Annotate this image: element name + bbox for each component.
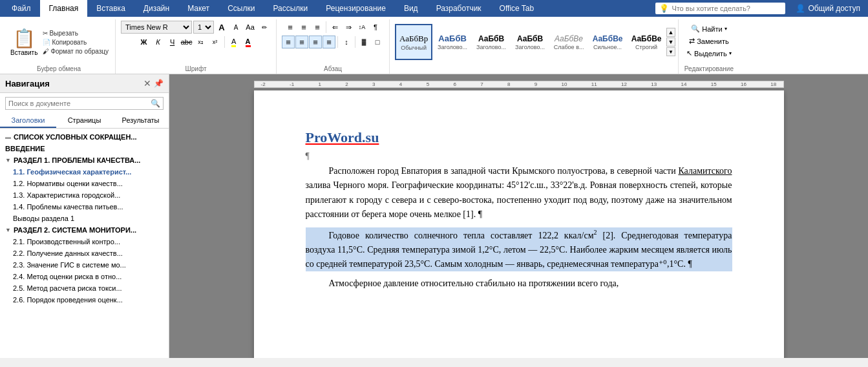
change-case-button[interactable]: Aa (244, 21, 257, 34)
tab-home[interactable]: Главная (40, 0, 88, 17)
paragraph-3-partial[interactable]: Атмосферное давление относительно стабил… (306, 277, 732, 291)
font-grow-button[interactable]: A (215, 21, 228, 34)
styles-scroll-down[interactable]: ▼ (666, 37, 675, 47)
nav-item-2-4[interactable]: 2.4. Метод оценки риска в отно... (0, 271, 169, 282)
document-title-link[interactable]: ProWord.su (306, 129, 732, 146)
editing-content: 🔍 Найти ▾ ⇄ Заменить ↖ Выделить ▾ (684, 21, 734, 72)
paragraph-1[interactable]: Расположен город Евпатория в западной ча… (306, 164, 732, 222)
style-strict[interactable]: АаБбВе Строгий (628, 24, 665, 60)
nav-item-section2[interactable]: ▼ РАЗДЕЛ 2. СИСТЕМА МОНИТОРИ... (0, 224, 169, 236)
toolbar: 📋 Вставить ✂ Вырезать 📄 Копировать 🖌 Фор… (0, 17, 868, 74)
nav-item-label: 1.4. Проблемы качества питьев... (13, 203, 123, 211)
styles-more-button[interactable]: ▼ (666, 47, 675, 56)
whatdo-input[interactable] (672, 5, 781, 12)
format-painter-button[interactable]: 🖌 Формат по образцу (41, 47, 110, 56)
nav-tab-headings[interactable]: Заголовки (0, 114, 56, 128)
strikethrough-button[interactable]: abc (180, 36, 193, 48)
copy-button[interactable]: 📄 Копировать (41, 38, 110, 47)
multilevel-list-button[interactable]: ≡ (311, 21, 324, 34)
clear-format-button[interactable]: ✏ (258, 21, 271, 34)
cut-icon: ✂ (43, 30, 48, 37)
font-shrink-button[interactable]: A (229, 21, 242, 34)
align-center-button[interactable]: ≡ (295, 36, 308, 48)
tab-review[interactable]: Рецензирование (317, 0, 395, 17)
text-highlight-button[interactable]: A (228, 36, 240, 48)
shading-button[interactable]: ▓ (357, 36, 370, 48)
align-left-button[interactable]: ≡ (282, 36, 295, 48)
tab-design[interactable]: Дизайн (134, 0, 178, 17)
title-tabs: Файл Главная Вставка Дизайн Макет Ссылки… (3, 0, 543, 17)
nav-item-2-2[interactable]: 2.2. Получение данных качеств... (0, 247, 169, 259)
para-sep3 (355, 36, 355, 48)
nav-close-button[interactable]: ✕ (143, 78, 151, 89)
nav-item-1-4[interactable]: 1.4. Проблемы качества питьев... (0, 201, 169, 213)
nav-item-2-6[interactable]: 2.6. Порядок проведения оценк... (0, 294, 169, 306)
nav-item-intro[interactable]: ВВЕДЕНИЕ (0, 143, 169, 154)
share-button[interactable]: 👤 Общий доступ (790, 4, 865, 13)
borders-button[interactable]: □ (371, 36, 384, 48)
select-button[interactable]: ↖ Выделить ▾ (684, 48, 734, 59)
nav-title: Навигация (5, 79, 143, 89)
style-strong[interactable]: АаБбВе Сильное... (589, 24, 626, 60)
nav-item-1-2[interactable]: 1.2. Нормативы оценки качеств... (0, 178, 169, 189)
increase-indent-button[interactable]: ⇒ (342, 21, 355, 34)
document-page[interactable]: ProWord.su ¶ Расположен город Евпатория … (254, 90, 784, 358)
superscript-button[interactable]: x² (209, 36, 222, 48)
nav-item-2-1[interactable]: 2.1. Производственный контро... (0, 236, 169, 247)
replace-button[interactable]: ⇄ Заменить (686, 36, 731, 47)
nav-search-icon[interactable]: 🔍 (151, 99, 160, 108)
nav-item-2-3[interactable]: 2.3. Значение ГИС в системе мо... (0, 259, 169, 271)
line-spacing-button[interactable]: ↕ (340, 36, 353, 48)
underline-button[interactable]: Ч (166, 36, 179, 48)
tab-developer[interactable]: Разработчик (427, 0, 491, 17)
tab-view[interactable]: Вид (395, 0, 427, 17)
style-heading1[interactable]: АаБбВ Заголово... (434, 24, 471, 60)
show-marks-button[interactable]: ¶ (369, 21, 382, 34)
style-normal[interactable]: АаБбВр Обычный (395, 24, 432, 60)
style-heading2[interactable]: АаБбВ Заголово... (472, 24, 510, 60)
nav-item-2-5[interactable]: 2.5. Метод расчета риска токси... (0, 282, 169, 294)
tab-file[interactable]: Файл (3, 0, 40, 17)
bold-button[interactable]: Ж (138, 36, 151, 48)
tab-office[interactable]: Office Tab (491, 0, 544, 17)
nav-search-box: 🔍 (5, 97, 164, 110)
nav-item-1-3[interactable]: 1.3. Характеристика городской... (0, 189, 169, 201)
nav-item-label: РАЗДЕЛ 1. ПРОБЛЕМЫ КАЧЕСТВА... (14, 156, 141, 164)
document-area[interactable]: -2 -1 1 2 3 4 5 6 7 8 9 10 11 12 13 14 1… (169, 74, 868, 358)
clipboard-group: 📋 Вставить ✂ Вырезать 📄 Копировать 🖌 Фор… (3, 19, 116, 74)
numbering-button[interactable]: ≡ (297, 21, 310, 34)
bullets-button[interactable]: ≡ (284, 21, 297, 34)
nav-item-section1[interactable]: ▼ РАЗДЕЛ 1. ПРОБЛЕМЫ КАЧЕСТВА... (0, 154, 169, 166)
paste-button[interactable]: 📋 Вставить (8, 26, 40, 58)
nav-item-abbreviations[interactable]: ▬ СПИСОК УСЛОВНЫХ СОКРАЩЕН... (0, 131, 169, 143)
decrease-indent-button[interactable]: ⇐ (328, 21, 341, 34)
italic-button[interactable]: К (152, 36, 165, 48)
font-color-button[interactable]: A (242, 36, 255, 48)
lightbulb-icon: 💡 (659, 4, 669, 13)
cut-button[interactable]: ✂ Вырезать (41, 29, 110, 37)
nav-item-conclusions1[interactable]: Выводы раздела 1 (0, 213, 169, 224)
find-button[interactable]: 🔍 Найти ▾ (688, 23, 729, 34)
sort-button[interactable]: ↕A (355, 21, 368, 34)
styles-scroll-up[interactable]: ▲ (666, 28, 675, 37)
nav-tab-results[interactable]: Результаты (112, 114, 169, 128)
paragraph-2-highlighted[interactable]: Годовое количество солнечного тепла сост… (306, 227, 732, 272)
nav-pin-button[interactable]: 📌 (154, 79, 164, 88)
subscript-button[interactable]: x₂ (195, 36, 207, 48)
font-size-select[interactable]: 14 (193, 21, 214, 34)
tab-mailings[interactable]: Рассылки (264, 0, 317, 17)
nav-item-1-1[interactable]: 1.1. Геофизическая характерист... (0, 166, 169, 178)
justify-button[interactable]: ≡ (323, 36, 335, 48)
style-subtle[interactable]: АаБбВе Слабое в... (550, 24, 587, 60)
font-family-select[interactable]: Times New R (121, 21, 192, 34)
align-right-button[interactable]: ≡ (309, 36, 322, 48)
tab-insert[interactable]: Вставка (87, 0, 134, 17)
tab-references[interactable]: Ссылки (218, 0, 264, 17)
nav-tab-pages[interactable]: Страницы (56, 114, 112, 128)
whatdo-search[interactable]: 💡 (655, 3, 785, 14)
nav-search-input[interactable] (8, 100, 151, 107)
style-heading3[interactable]: АаБбВ Заголово... (511, 24, 549, 60)
style-normal-name: Обычный (401, 45, 427, 51)
tab-layout[interactable]: Макет (178, 0, 218, 17)
nav-item-label: 1.2. Нормативы оценки качеств... (13, 180, 123, 187)
